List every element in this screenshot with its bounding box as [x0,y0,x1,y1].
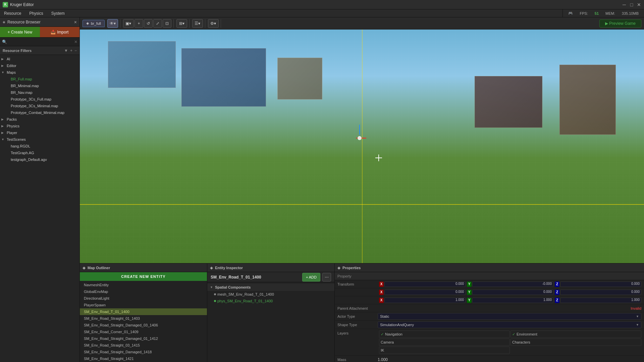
rot-y-input[interactable]: -0.000 [472,282,553,287]
bottom-area: ◈ Map Outliner CREATE NEW ENTITY Navmesh… [80,263,644,362]
tree-item-13[interactable]: hang.RGDL [0,143,79,149]
mesh-component-item[interactable]: mesh_SM_Env_Road_T_01_1400 [207,291,334,298]
entity-name: SM_Env_Road_T_01_1400 [211,275,261,280]
toolbar-filter-btn[interactable]: ☰▾ [192,19,203,28]
pos-y-input[interactable]: 0.000 [472,290,553,295]
create-new-button[interactable]: + Create New [0,27,40,37]
toolbar-scale-btn[interactable]: ⤢ [153,19,162,28]
tree-label-15: testgraph_Default.agv [11,158,47,162]
scl-z-label: Z [555,298,559,303]
outliner-item-10[interactable]: SM_Env_Road_Straight_Damaged_1418 [80,349,207,355]
transform-row: Transform X 0.000 Y -0.000 Z 0.000 [335,280,644,288]
close-button[interactable]: ✕ [637,2,641,7]
outliner-item-6[interactable]: SM_Env_Road_Straight_Damaged_03_1406 [80,322,207,328]
layer-navigation-label: Navigation [385,332,402,336]
tree-item-7[interactable]: Prototype_3Cs_Minimal.map [0,103,79,109]
tree-item-14[interactable]: TestGraph.AG [0,149,79,156]
scl-y-input[interactable]: 1.000 [472,298,553,303]
toolbar-settings-btn[interactable]: ⚙▾ [208,19,219,28]
toolbar-align-btn[interactable]: ⊡ [163,19,171,28]
shape-type-dropdown[interactable]: SimulationAndQuery ▼ [378,321,641,328]
pos-x-input[interactable]: 0.000 [384,290,466,295]
layer-navigation[interactable]: ✓ Navigation [379,330,510,338]
toolbar-move-btn[interactable]: + [135,19,143,28]
pos-z-field: Z 0.000 [555,290,641,295]
tree-item-15[interactable]: testgraph_Default.agv [0,156,79,163]
preview-game-button[interactable]: ▶ Preview Game [599,19,641,27]
building-5 [277,58,323,100]
tree-item-3[interactable]: BR_Full.map [0,76,79,82]
rot-x-input[interactable]: 0.000 [384,282,466,287]
tree-item-10[interactable]: ▶ Physics [0,123,79,129]
viewport-toolbar: ◈ br_full 👁▾ ▣▾ + ↺ ⤢ ⊡ ⊞▾ ☰▾ ⚙▾ ▶ Previ… [80,17,644,29]
tree-item-6[interactable]: Prototype_3Cs_Full.map [0,96,79,103]
filter-options-icon[interactable]: ▼ [64,48,68,53]
pos-z-input[interactable]: 0.000 [560,290,641,295]
maximize-button[interactable]: □ [629,2,634,7]
layer-ik[interactable]: IK [379,347,510,354]
tree-item-2[interactable]: ▼ Maps [0,69,79,76]
tree-item-5[interactable]: BR_Nav.map [0,89,79,96]
outliner-item-5[interactable]: SM_Env_Road_Straight_01_1403 [80,315,207,322]
resource-browser-header: ◈ Resource Browser × [0,17,79,27]
add-component-button[interactable]: + ADD [302,273,320,282]
actor-type-dropdown[interactable]: Static ▼ [378,313,641,320]
tree-view: ▶ AI ▶ Editor ▼ Maps BR_Full.map BR_Mini… [0,55,79,362]
tree-arrow-11: ▶ [1,131,5,134]
properties-panel: ◈ Properties Property Transform X 0.000 [335,263,644,362]
tree-item-4[interactable]: BR_Minimal.map [0,82,79,89]
resource-filters-label: Resource Filters [3,49,32,53]
filter-add-icon[interactable]: + [70,48,72,53]
layer-environment-label: Environment [517,332,537,336]
tree-item-11[interactable]: ▶ Player [0,129,79,136]
filter-remove-icon[interactable]: − [74,48,77,53]
menu-resource[interactable]: Resource [3,10,22,16]
section-label: Spatial Components [215,285,251,289]
outliner-item-1[interactable]: GlobalEnvMap [80,288,207,295]
rot-z-input[interactable]: 0.000 [560,282,641,287]
search-input[interactable] [8,40,73,44]
outliner-item-9[interactable]: SM_Env_Road_Straight_03_1415 [80,342,207,349]
resource-browser-close[interactable]: × [74,19,77,25]
tree-item-9[interactable]: ▶ Packs [0,116,79,123]
create-entity-button[interactable]: CREATE NEW ENTITY [80,272,207,281]
import-label: Import [57,30,68,35]
outliner-item-0[interactable]: NavmeshEntity [80,282,207,288]
scl-x-input[interactable]: 1.000 [384,298,466,303]
outliner-item-8[interactable]: SM_Env_Road_Straight_Damaged_01_1412 [80,335,207,342]
tree-item-12[interactable]: ▼ TestScenes [0,136,79,143]
outliner-item-7[interactable]: SM_Env_Road_Corner_01_1409 [80,328,207,335]
toolbar-snap-btn[interactable]: ⊞▾ [176,19,187,28]
import-button[interactable]: 📥 Import [40,27,80,37]
outliner-item-2[interactable]: DirectionalLight [80,295,207,302]
outliner-item-11[interactable]: SM_Env_Road_Straight_1421 [80,355,207,362]
parent-attachment-row: Parent Attachment Invalid [335,304,644,312]
spatial-components-header[interactable]: ▼ Spatial Components [207,284,334,291]
road-line-v [362,29,363,263]
outliner-item-3[interactable]: PlayerSpawn [80,302,207,308]
toolbar-select-btn[interactable]: ▣▾ [123,19,134,28]
pos-x-field: X 0.000 [379,290,466,295]
menu-physics[interactable]: Physics [28,10,44,16]
tree-arrow-12: ▼ [1,138,5,141]
scl-z-input[interactable]: 1.000 [560,298,641,303]
layer-characters[interactable]: Characters [511,339,641,346]
layers-grid: ✓ Navigation ✓ Environment Camera Charac… [379,330,641,354]
outliner-item-4[interactable]: SM_Env_Road_T_01_1400 [80,308,207,315]
file-tab-br-full[interactable]: ◈ br_full [83,20,105,27]
rot-y-label: Y [467,282,472,287]
menu-system[interactable]: System [50,10,66,16]
entity-inspector-more-btn[interactable]: ⋯ [322,273,331,282]
tree-item-0[interactable]: ▶ AI [0,56,79,62]
tree-item-8[interactable]: Prototype_Combat_Minimal.map [0,109,79,116]
viewport-crosshair [375,155,382,161]
tree-label-9: Packs [7,117,17,121]
minimize-button[interactable]: ─ [622,2,627,7]
toolbar-camera-btn[interactable]: 👁▾ [107,19,118,28]
toolbar-rotate-btn[interactable]: ↺ [144,19,153,28]
layer-environment[interactable]: ✓ Environment [511,330,641,338]
viewport[interactable] [80,29,644,263]
tree-item-1[interactable]: ▶ Editor [0,62,79,69]
phys-component-item[interactable]: phys_SM_Env_Road_T_01_1400 [207,298,334,304]
layer-camera[interactable]: Camera [379,339,510,346]
